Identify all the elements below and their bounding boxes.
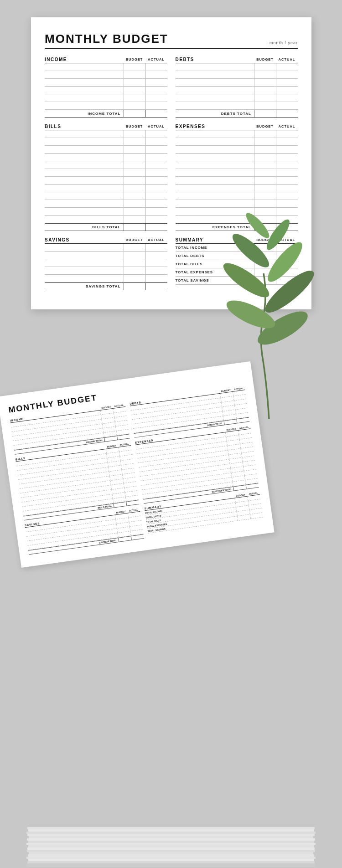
table-row bbox=[176, 146, 298, 154]
svg-rect-12 bbox=[29, 836, 313, 838]
debts-col-labels: BUDGET ACTUAL bbox=[254, 57, 298, 62]
savings-total-label: SAVINGS TOTAL bbox=[45, 284, 124, 288]
table-row bbox=[45, 208, 167, 216]
expenses-rows bbox=[176, 130, 298, 223]
debts-section-header: DEBTS BUDGET ACTUAL bbox=[176, 57, 298, 63]
income-rows bbox=[45, 63, 167, 110]
table-row bbox=[176, 94, 298, 102]
summary-budget-label: BUDGET bbox=[254, 238, 276, 242]
table-row bbox=[176, 63, 298, 71]
table-row bbox=[45, 79, 167, 87]
svg-rect-8 bbox=[27, 827, 315, 829]
income-section: INCOME BUDGET ACTUAL INCOME TOTAL bbox=[45, 57, 167, 118]
svg-rect-20 bbox=[28, 854, 314, 857]
table-row bbox=[176, 208, 298, 216]
income-actual-label: ACTUAL bbox=[145, 57, 167, 62]
savings-actual-label: ACTUAL bbox=[145, 238, 167, 242]
back-left-col: INCOME BUDGET ACTUAL INCOME TOTAL bbox=[10, 403, 145, 558]
savings-section-header: SAVINGS BUDGET ACTUAL bbox=[45, 237, 167, 244]
summary-total-debts-label: TOTAL DEBTS bbox=[176, 254, 254, 258]
svg-rect-21 bbox=[26, 857, 316, 859]
expenses-actual-label: ACTUAL bbox=[276, 124, 298, 128]
income-total-row: INCOME TOTAL bbox=[45, 110, 167, 118]
table-row bbox=[45, 185, 167, 192]
table-row bbox=[45, 192, 167, 200]
expenses-total-row: EXPENSES TOTAL bbox=[176, 223, 298, 231]
table-row bbox=[176, 200, 298, 208]
table-row bbox=[45, 94, 167, 102]
svg-rect-24 bbox=[27, 863, 315, 867]
svg-rect-14 bbox=[28, 841, 314, 843]
document-title: MONTHLY BUDGET bbox=[45, 32, 168, 46]
table-row bbox=[45, 267, 167, 275]
summary-title: SUMMARY bbox=[176, 237, 254, 242]
table-row bbox=[176, 192, 298, 200]
savings-rows bbox=[45, 244, 167, 282]
summary-total-savings-label: TOTAL SAVINGS bbox=[176, 278, 254, 282]
svg-rect-18 bbox=[27, 850, 315, 852]
summary-actual-label: ACTUAL bbox=[276, 238, 298, 242]
summary-row-total-income: TOTAL INCOME bbox=[176, 244, 298, 252]
table-row bbox=[176, 138, 298, 146]
table-row bbox=[176, 154, 298, 161]
back-mini-columns: INCOME BUDGET ACTUAL INCOME TOTAL bbox=[10, 386, 264, 558]
main-columns: INCOME BUDGET ACTUAL INCOME TOTAL bbox=[45, 57, 298, 297]
debts-total-row: DEBTS TOTAL bbox=[176, 110, 298, 118]
table-row bbox=[45, 216, 167, 223]
savings-total-row: SAVINGS TOTAL bbox=[45, 282, 167, 290]
bills-total-row: BILLS TOTAL bbox=[45, 223, 167, 231]
table-row bbox=[45, 102, 167, 110]
table-row bbox=[45, 200, 167, 208]
debts-rows bbox=[176, 63, 298, 110]
summary-total-expenses-label: TOTAL EXPENSES bbox=[176, 270, 254, 274]
table-row bbox=[45, 87, 167, 94]
income-total-label: INCOME TOTAL bbox=[45, 112, 124, 116]
debts-total-label: DEBTS TOTAL bbox=[176, 112, 254, 116]
table-row bbox=[176, 177, 298, 185]
debts-actual-label: ACTUAL bbox=[276, 57, 298, 62]
table-row bbox=[176, 169, 298, 177]
savings-section: SAVINGS BUDGET ACTUAL SAVINGS TOTAL bbox=[45, 237, 167, 290]
debts-title: DEBTS bbox=[176, 57, 254, 62]
back-document-wrapper: MONTHLY BUDGET INCOME BUDGET ACTUAL bbox=[0, 361, 275, 568]
expenses-total-label: EXPENSES TOTAL bbox=[176, 225, 254, 229]
savings-title: SAVINGS bbox=[45, 237, 124, 242]
bills-title: BILLS bbox=[45, 124, 124, 129]
savings-budget-label: BUDGET bbox=[124, 238, 145, 242]
svg-rect-17 bbox=[27, 847, 315, 850]
bills-section-header: BILLS BUDGET ACTUAL bbox=[45, 124, 167, 130]
table-row bbox=[45, 154, 167, 161]
table-row bbox=[45, 71, 167, 79]
table-row bbox=[45, 146, 167, 154]
table-row bbox=[176, 216, 298, 223]
svg-rect-23 bbox=[27, 861, 315, 863]
back-right-col: DEBTS BUDGET ACTUAL DEBTS TOTAL bbox=[130, 386, 264, 541]
expenses-col-labels: BUDGET ACTUAL bbox=[254, 124, 298, 128]
back-bills-section: BILLS BUDGET ACTUAL bbox=[16, 442, 140, 520]
table-row bbox=[45, 169, 167, 177]
summary-row-total-expenses: TOTAL EXPENSES bbox=[176, 268, 298, 277]
summary-section-header: SUMMARY BUDGET ACTUAL bbox=[176, 237, 298, 244]
svg-rect-9 bbox=[28, 829, 314, 832]
table-row bbox=[45, 63, 167, 71]
table-row bbox=[176, 130, 298, 138]
table-row bbox=[45, 252, 167, 259]
back-document: MONTHLY BUDGET INCOME BUDGET ACTUAL bbox=[0, 361, 275, 568]
savings-col-labels: BUDGET ACTUAL bbox=[124, 238, 167, 242]
table-row bbox=[176, 87, 298, 94]
svg-rect-15 bbox=[26, 843, 316, 845]
svg-point-0 bbox=[253, 305, 312, 351]
expenses-budget-label: BUDGET bbox=[254, 124, 276, 128]
table-row bbox=[45, 259, 167, 267]
debts-section: DEBTS BUDGET ACTUAL DEBTS TOTAL bbox=[176, 57, 298, 118]
expenses-title: EXPENSES bbox=[176, 124, 254, 129]
table-row bbox=[45, 130, 167, 138]
expenses-section-header: EXPENSES BUDGET ACTUAL bbox=[176, 124, 298, 130]
month-year-label: month / year bbox=[269, 41, 298, 46]
summary-col-labels: BUDGET ACTUAL bbox=[254, 238, 298, 242]
summary-total-income-label: TOTAL INCOME bbox=[176, 246, 254, 250]
summary-total-bills-label: TOTAL BILLS bbox=[176, 262, 254, 266]
income-section-header: INCOME BUDGET ACTUAL bbox=[45, 57, 167, 63]
bills-actual-label: ACTUAL bbox=[145, 124, 167, 128]
debts-budget-label: BUDGET bbox=[254, 57, 276, 62]
